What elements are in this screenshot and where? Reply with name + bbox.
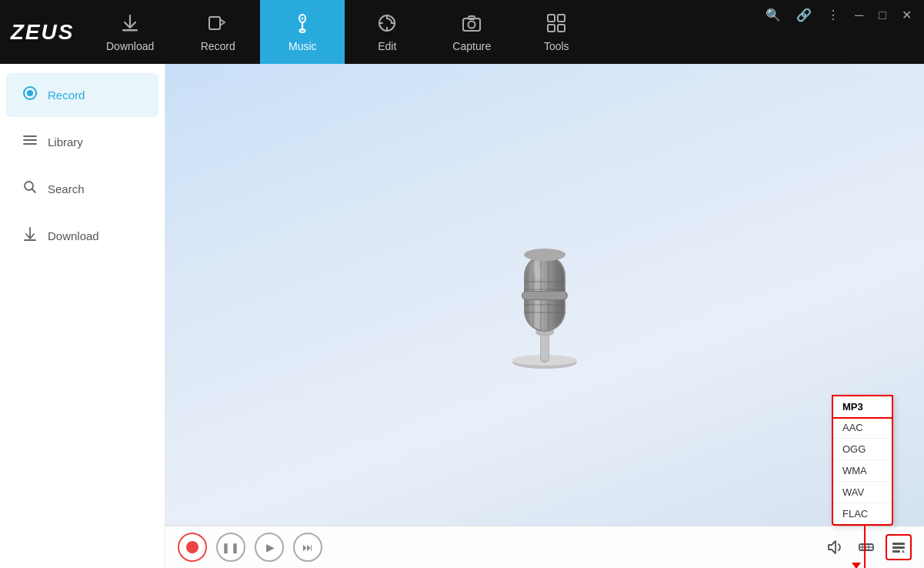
- sidebar-item-search[interactable]: Search: [6, 167, 158, 211]
- keyboard-button[interactable]: [855, 536, 878, 559]
- format-option-ogg[interactable]: OGG: [833, 439, 892, 460]
- svg-rect-12: [558, 25, 565, 32]
- more-icon[interactable]: ⋮: [822, 6, 844, 24]
- format-select-button[interactable]: [886, 534, 912, 560]
- mic-illustration: [495, 212, 595, 374]
- close-icon[interactable]: ✕: [897, 6, 916, 24]
- play-icon: ▶: [265, 541, 275, 553]
- svg-rect-11: [548, 25, 555, 32]
- svg-rect-46: [892, 543, 905, 545]
- format-option-wav[interactable]: WAV: [833, 482, 892, 503]
- tab-tools-label: Tools: [544, 40, 569, 52]
- capture-tab-icon: [461, 12, 482, 37]
- sidebar-item-record[interactable]: Record: [6, 73, 158, 117]
- volume-button[interactable]: [824, 536, 847, 559]
- logo-text: ZEUS: [11, 20, 75, 45]
- playback-controls: ❚❚ ▶ ⏭: [178, 533, 322, 562]
- svg-rect-10: [558, 15, 565, 22]
- svg-line-19: [32, 189, 36, 193]
- sidebar: Record Library Search: [0, 64, 165, 568]
- record-circle-icon: [186, 541, 198, 553]
- format-option-flac[interactable]: FLAC: [833, 503, 892, 524]
- sidebar-library-label: Library: [48, 135, 83, 149]
- svg-rect-9: [548, 15, 555, 22]
- svg-rect-38: [522, 292, 567, 299]
- tab-tools[interactable]: Tools: [514, 0, 599, 64]
- download-tab-icon: [119, 12, 141, 37]
- sidebar-download-label: Download: [48, 229, 99, 242]
- tab-download-label: Download: [106, 40, 154, 52]
- play-button[interactable]: ▶: [255, 533, 284, 562]
- tab-record[interactable]: Record: [175, 0, 260, 64]
- format-option-wma[interactable]: WMA: [833, 460, 892, 482]
- tab-music-label: Music: [289, 40, 317, 52]
- edit-tab-icon: [376, 12, 398, 37]
- format-dropdown: MP3 AAC OGG WMA WAV FLAC: [832, 395, 893, 526]
- search-icon[interactable]: 🔍: [761, 6, 786, 24]
- library-sidebar-icon: [22, 132, 38, 152]
- bottom-bar: ❚❚ ▶ ⏭: [165, 526, 924, 568]
- search-sidebar-icon: [22, 179, 38, 199]
- sidebar-item-download[interactable]: Download: [6, 214, 158, 258]
- app-logo: ZEUS: [0, 20, 85, 45]
- red-arrow-vertical: [864, 526, 866, 568]
- tab-music[interactable]: Music: [260, 0, 345, 64]
- svg-point-7: [469, 21, 475, 28]
- record-tab-icon: [207, 12, 228, 37]
- sidebar-item-library[interactable]: Library: [6, 120, 158, 164]
- content-area: ❚❚ ▶ ⏭: [165, 64, 924, 568]
- svg-rect-0: [122, 29, 138, 32]
- download-sidebar-icon: [22, 226, 38, 246]
- next-button[interactable]: ⏭: [293, 533, 322, 562]
- pause-icon: ❚❚: [222, 542, 240, 553]
- record-button[interactable]: [178, 533, 207, 562]
- format-options-list: MP3 AAC OGG WMA WAV FLAC: [832, 395, 893, 526]
- svg-rect-1: [209, 17, 220, 29]
- red-arrow-head: [852, 563, 861, 568]
- pause-button[interactable]: ❚❚: [216, 533, 245, 562]
- svg-point-14: [27, 90, 33, 96]
- microphone-svg: [495, 212, 595, 374]
- maximize-icon[interactable]: □: [874, 7, 891, 24]
- main-layout: Record Library Search: [0, 64, 924, 568]
- svg-rect-47: [892, 546, 905, 549]
- right-controls: [824, 534, 912, 560]
- svg-rect-6: [463, 18, 480, 31]
- tab-record-label: Record: [201, 40, 235, 52]
- sidebar-record-label: Record: [48, 89, 85, 102]
- tab-capture[interactable]: Capture: [429, 0, 514, 64]
- record-sidebar-icon: [22, 85, 38, 105]
- tab-capture-label: Capture: [452, 40, 491, 52]
- titlebar: ZEUS Download Record: [0, 0, 924, 64]
- next-icon: ⏭: [302, 541, 313, 553]
- tab-edit-label: Edit: [378, 40, 396, 52]
- window-controls: 🔍 🔗 ⋮ ─ □ ✕: [761, 6, 924, 24]
- svg-point-5: [302, 17, 304, 19]
- share-icon[interactable]: 🔗: [792, 6, 816, 24]
- svg-rect-48: [892, 550, 900, 553]
- sidebar-search-label: Search: [48, 182, 85, 195]
- format-option-mp3[interactable]: MP3: [832, 395, 893, 419]
- svg-point-39: [524, 249, 565, 261]
- tools-tab-icon: [545, 12, 567, 37]
- tab-download[interactable]: Download: [85, 0, 175, 64]
- format-option-aac[interactable]: AAC: [833, 417, 892, 439]
- music-tab-icon: [292, 12, 313, 37]
- minimize-icon[interactable]: ─: [850, 7, 868, 24]
- tab-edit[interactable]: Edit: [345, 0, 429, 64]
